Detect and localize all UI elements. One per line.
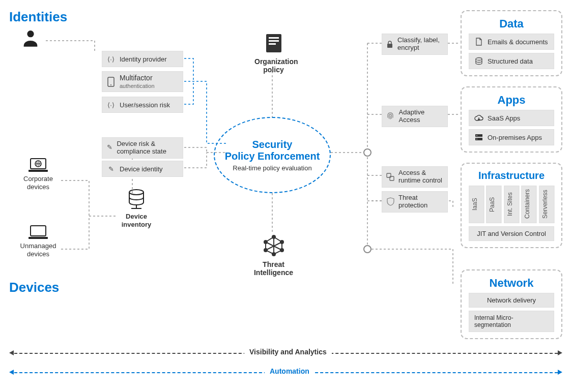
- security-policy-enforcement: Security Policy Enforcement Real-time po…: [214, 117, 331, 193]
- code-icon: ⟨·⟩: [106, 54, 116, 64]
- svg-rect-16: [269, 43, 276, 45]
- zero-trust-diagram: Identities ⟨·⟩ Identity provider Multifa…: [0, 0, 572, 392]
- fingerprint-icon: [386, 112, 395, 121]
- pill-label: User/session risk: [120, 101, 170, 109]
- label: Threat Intelligence: [252, 260, 295, 277]
- pill-label: Adaptive Access: [399, 109, 443, 124]
- device-inventory: Device inventory: [116, 188, 157, 228]
- device-identity-pill: ✎ Device identity: [102, 161, 183, 177]
- access-runtime-pill: Access & runtime control: [382, 166, 448, 188]
- label: Device inventory: [116, 213, 157, 228]
- svg-rect-14: [269, 37, 279, 39]
- svg-point-26: [476, 58, 482, 61]
- mfa-pill: Multifactorauthentication: [102, 71, 183, 92]
- graph-icon: [263, 234, 285, 256]
- svg-point-29: [476, 135, 477, 136]
- devices-heading: Devices: [9, 280, 59, 295]
- onprem-apps-item: On-premises Apps: [469, 129, 554, 145]
- shield-icon: [386, 197, 394, 206]
- panel-title: Network: [469, 277, 554, 290]
- svg-point-2: [27, 31, 34, 37]
- arrow-right-icon: [558, 350, 562, 355]
- corporate-devices: Corporate devices: [15, 158, 61, 191]
- identity-provider-pill: ⟨·⟩ Identity provider: [102, 51, 183, 67]
- threat-protection-pill: Threat protection: [382, 191, 448, 213]
- center-title-2: Policy Enforcement: [225, 150, 320, 162]
- item-label: On-premises Apps: [488, 134, 542, 141]
- infra-paas: PaaS: [486, 186, 501, 223]
- network-delivery-item: Network delivery: [469, 293, 554, 308]
- structured-data-item: Structured data: [469, 53, 554, 69]
- user-icon: [20, 28, 41, 50]
- emails-documents-item: Emails & documents: [469, 34, 554, 50]
- device-risk-pill: ✎ Device risk & compliance state: [102, 137, 183, 159]
- adaptive-access-pill: Adaptive Access: [382, 106, 448, 127]
- pill-label: Classify, label, encrypt: [397, 37, 443, 52]
- svg-rect-15: [269, 40, 279, 42]
- phone-icon: [106, 77, 116, 86]
- arrow-left-icon: [9, 350, 14, 355]
- mfa-title: Multifactor: [120, 74, 153, 82]
- item-label: Structured data: [488, 57, 533, 65]
- arrow-right-icon: [558, 370, 562, 375]
- svg-rect-28: [475, 138, 482, 140]
- pill-label: Access & runtime control: [398, 169, 443, 185]
- control-icon: [386, 172, 394, 182]
- apps-panel: Apps SaaS Apps On-premises Apps: [461, 86, 562, 153]
- pencil-icon: ✎: [106, 143, 112, 153]
- center-title-1: Security: [252, 139, 293, 150]
- item-label: Internal Micro-segmentation: [474, 314, 549, 328]
- panel-title: Apps: [469, 94, 554, 107]
- network-panel: Network Network delivery Internal Micro-…: [461, 269, 562, 339]
- item-label: JIT and Version Control: [477, 230, 546, 237]
- jit-version-control: JIT and Version Control: [469, 226, 554, 241]
- svg-rect-24: [387, 173, 391, 177]
- svg-rect-27: [475, 134, 482, 137]
- item-label: Emails & documents: [488, 38, 548, 46]
- center-sub: Real-time policy evaluation: [233, 164, 311, 172]
- classify-pill: Classify, label, encrypt: [382, 34, 448, 55]
- automation-label: Automation: [265, 367, 314, 375]
- org-policy: Organization policy: [254, 33, 293, 74]
- infra-containers: Containers: [521, 186, 536, 223]
- data-panel: Data Emails & documents Structured data: [461, 10, 562, 76]
- pill-label: Device risk & compliance state: [117, 140, 179, 156]
- infra-iaas: IaaS: [469, 186, 484, 223]
- unmanaged-devices: Unmanaged devices: [10, 225, 66, 258]
- pill-label: Identity provider: [120, 55, 167, 63]
- pill-label: Threat protection: [398, 194, 443, 209]
- infra-serverless: Serverless: [539, 186, 554, 223]
- label: Organization policy: [254, 57, 293, 74]
- user-session-risk-pill: ⟨·⟩ User/session risk: [102, 97, 183, 113]
- label: Corporate devices: [15, 175, 61, 191]
- microseg-item: Internal Micro-segmentation: [469, 311, 554, 332]
- threat-intelligence: Threat Intelligence: [252, 234, 295, 277]
- visibility-label: Visibility and Analytics: [244, 348, 332, 356]
- infra-columns: IaaS PaaS Int. Sites Containers Serverle…: [469, 186, 554, 223]
- server-icon: [474, 133, 483, 142]
- database-icon: [126, 188, 147, 210]
- cloud-icon: [474, 113, 483, 123]
- svg-point-1: [364, 246, 371, 253]
- pencil-icon: ✎: [106, 164, 116, 173]
- svg-point-0: [364, 149, 371, 156]
- svg-rect-9: [28, 237, 48, 239]
- infra-intsites: Int. Sites: [504, 186, 519, 223]
- item-label: Network delivery: [487, 296, 536, 304]
- infrastructure-panel: Infrastructure IaaS PaaS Int. Sites Cont…: [461, 163, 562, 248]
- svg-rect-6: [28, 170, 48, 172]
- saas-apps-item: SaaS Apps: [469, 110, 554, 126]
- code-icon: ⟨·⟩: [106, 100, 116, 109]
- item-label: SaaS Apps: [488, 114, 520, 122]
- svg-point-4: [110, 84, 111, 85]
- lock-icon: [386, 40, 393, 49]
- svg-point-10: [129, 190, 144, 195]
- file-icon: [474, 37, 483, 46]
- svg-rect-23: [387, 44, 392, 48]
- svg-point-30: [476, 139, 477, 140]
- database-icon: [474, 56, 483, 66]
- label: Unmanaged devices: [10, 242, 66, 258]
- svg-rect-25: [390, 176, 394, 180]
- mfa-sub: authentication: [120, 83, 155, 89]
- laptop-icon: [27, 225, 49, 240]
